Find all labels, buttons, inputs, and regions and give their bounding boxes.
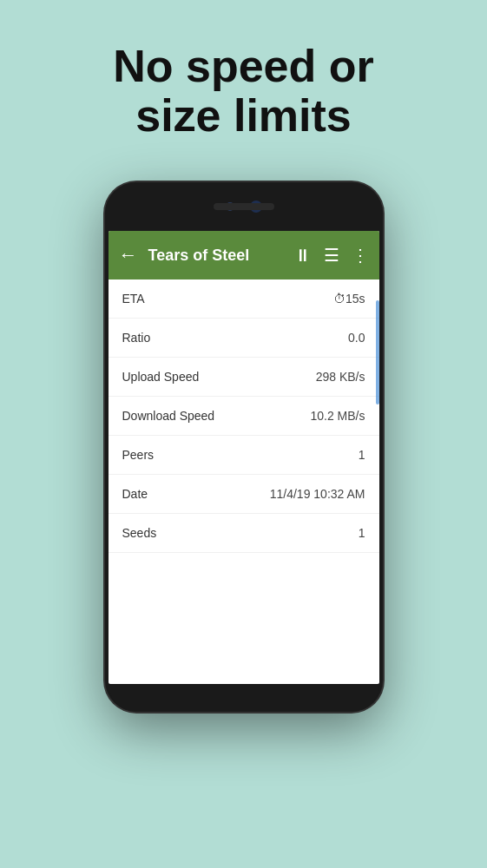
phone-bottom [109, 684, 379, 712]
info-row-5: Date11/4/19 10:32 AM [109, 475, 379, 514]
phone-mockup: ▲ ▐▐ ▮ ← Tears of Steel ⏸ ☰ ⋮ ETA⏱15sRat… [105, 182, 383, 720]
info-row-1: Ratio0.0 [109, 319, 379, 358]
info-row-4: Peers1 [109, 436, 379, 475]
info-label-4: Peers [122, 448, 155, 462]
app-bar-icons: ⏸ ☰ ⋮ [294, 245, 369, 266]
info-value-6: 1 [359, 526, 365, 540]
info-label-5: Date [122, 487, 148, 501]
app-bar: ← Tears of Steel ⏸ ☰ ⋮ [109, 231, 379, 279]
phone-top-bar [105, 182, 383, 231]
info-value-4: 1 [359, 448, 365, 462]
info-label-3: Download Speed [122, 409, 215, 423]
headline-line1: No speed or [113, 41, 374, 91]
info-value-0: ⏱15s [333, 292, 365, 306]
phone-screen: ← Tears of Steel ⏸ ☰ ⋮ ETA⏱15sRatio0.0Up… [109, 231, 379, 684]
pause-icon[interactable]: ⏸ [294, 246, 312, 266]
info-label-0: ETA [122, 292, 145, 306]
info-value-5: 11/4/19 10:32 AM [270, 487, 365, 501]
speaker-bar [214, 203, 274, 210]
info-row-2: Upload Speed298 KB/s [109, 358, 379, 397]
info-label-6: Seeds [122, 526, 157, 540]
info-label-1: Ratio [122, 331, 151, 345]
list-icon[interactable]: ☰ [324, 245, 339, 266]
info-row-0: ETA⏱15s [109, 279, 379, 319]
back-button[interactable]: ← [119, 244, 138, 266]
info-list: ETA⏱15sRatio0.0Upload Speed298 KB/sDownl… [109, 279, 379, 553]
more-icon[interactable]: ⋮ [352, 245, 369, 266]
info-value-3: 10.2 MB/s [310, 409, 365, 423]
headline-line2: size limits [135, 90, 352, 141]
info-row-6: Seeds1 [109, 514, 379, 553]
info-label-2: Upload Speed [122, 370, 200, 384]
info-value-2: 298 KB/s [316, 370, 365, 384]
info-value-1: 0.0 [348, 331, 365, 345]
headline: No speed or size limits [113, 42, 374, 141]
info-row-3: Download Speed10.2 MB/s [109, 397, 379, 436]
scroll-indicator [376, 300, 379, 404]
app-bar-title: Tears of Steel [148, 247, 284, 265]
phone-shell: ▲ ▐▐ ▮ ← Tears of Steel ⏸ ☰ ⋮ ETA⏱15sRat… [105, 182, 383, 712]
